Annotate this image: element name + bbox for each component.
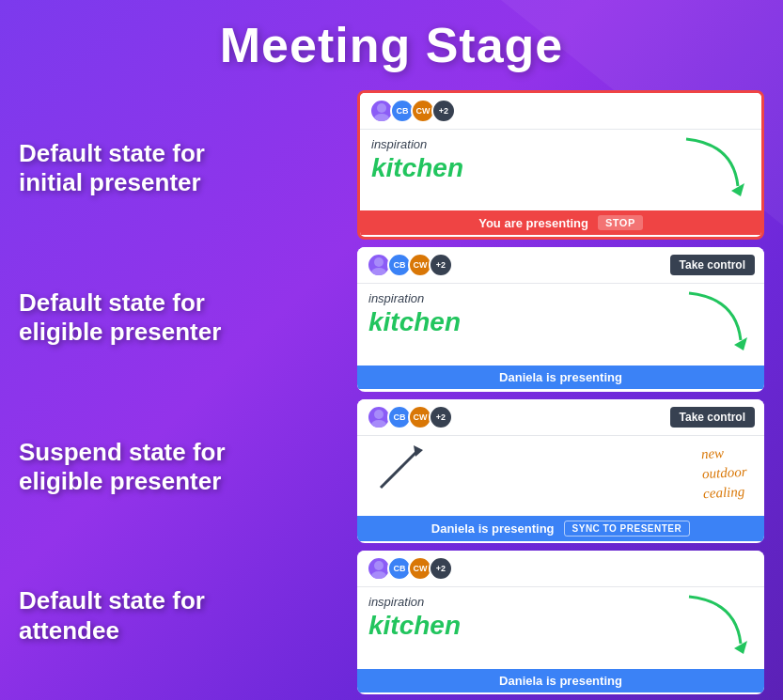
panel-1-content: inspiration kitchen [360,130,761,209]
arrow-icon-1 [677,134,752,200]
you-are-presenting-text: You are presenting [478,216,588,230]
page-title: Meeting Stage [0,0,783,85]
panel-3-header: CB CW +2 Take control [357,399,764,436]
avatar-2-plus: +2 [429,253,453,277]
stop-button[interactable]: STOP [598,215,643,230]
daniela-presenting-bar-1: Daniela is presenting [357,366,764,389]
panel-2-content: inspiration kitchen [357,284,764,363]
panels-column: CB CW +2 inspiration kitchen You are pre… [357,85,764,700]
sync-to-presenter-button[interactable]: SYNC TO PRESENTER [564,521,691,537]
state-label-2: Suspend state foreligible presenter [19,428,338,506]
daniela-presenting-bar-2: Daniela is presenting SYNC TO PRESENTER [357,516,764,541]
svg-point-11 [371,571,386,579]
panel-attendee: CB CW +2 inspiration kitchen Daniela is … [357,551,764,694]
daniela-presenting-bar-3: Daniela is presenting [357,669,764,692]
avatar-3-plus: +2 [429,405,453,429]
arrow-icon-4 [680,592,755,658]
avatar-4-plus: +2 [429,556,453,581]
panel-3-footer: Daniela is presenting SYNC TO PRESENTER [357,515,764,543]
panel-4-content: inspiration kitchen [357,587,764,666]
svg-point-4 [371,268,386,275]
svg-point-3 [374,257,384,267]
panel-initial-presenter: CB CW +2 inspiration kitchen You are pre… [357,90,764,240]
panel-4-header: CB CW +2 [357,551,764,587]
svg-point-0 [377,103,386,113]
panel-2-footer: Daniela is presenting [357,364,764,392]
state-label-3: Default state forattendee [19,577,338,654]
state-label-0: Default state forinitial presenter [19,130,338,207]
svg-point-7 [371,420,386,428]
avatar-1-plus: +2 [431,99,456,123]
svg-point-6 [374,410,384,419]
panel-2-header: CB CW +2 Take control [357,247,764,284]
arrow-icon-2 [680,288,755,354]
take-control-button-2[interactable]: Take control [670,407,755,428]
daniela-presenting-text-2: Daniela is presenting [431,521,555,536]
slash-icon [371,445,428,492]
state-label-1: Default state foreligible presenter [19,279,338,356]
main-layout: Default state forinitial presenter Defau… [0,85,783,700]
you-are-presenting-bar: You are presenting STOP [360,210,761,235]
avatars-group-2: CB CW +2 [367,253,453,277]
panel-1-header: CB CW +2 [360,93,761,130]
labels-column: Default state forinitial presenter Defau… [19,85,338,700]
svg-point-1 [374,114,389,121]
avatars-group-3: CB CW +2 [367,405,453,429]
panel-eligible-presenter: CB CW +2 Take control inspiration kitche… [357,247,764,391]
svg-point-10 [374,561,384,570]
svg-line-8 [381,450,418,488]
avatars-group-1: CB CW +2 [369,99,456,123]
panel-1-footer: You are presenting STOP [360,209,761,237]
panel-4-footer: Daniela is presenting [357,666,764,694]
avatars-group-4: CB CW +2 [367,556,453,581]
panel-3-content: newoutdoorcealing [357,436,764,515]
take-control-button-1[interactable]: Take control [670,255,755,275]
handwriting-note: newoutdoorcealing [701,442,749,503]
panel-suspend: CB CW +2 Take control newoutdoorcealing … [357,399,764,543]
